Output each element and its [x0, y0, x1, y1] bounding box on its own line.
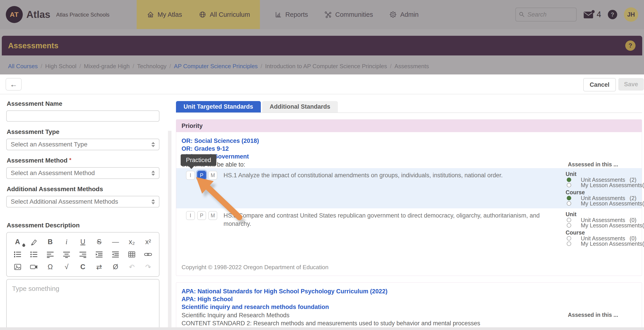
mastered-button[interactable]: M [208, 211, 217, 220]
standard-strand-link[interactable]: Scientific inquiry and research methods … [182, 303, 636, 311]
search-box [516, 8, 576, 22]
notifications[interactable]: 4 [583, 10, 601, 19]
assessed-in-this-header: Assessed in this ... [560, 161, 636, 168]
page-help-icon[interactable]: ? [625, 41, 636, 51]
standard-sublabel: CONTENT STANDARD 2: Research methods and… [182, 320, 480, 327]
strikethrough-icon[interactable]: S [94, 237, 104, 247]
standard-grade-link[interactable]: OR: Grades 9-12 [182, 145, 636, 153]
tab-underline [176, 112, 642, 113]
group-label-unit: Unit [566, 211, 636, 217]
undo-icon[interactable]: ↶ [127, 262, 137, 272]
loop-icon[interactable]: C [78, 262, 88, 272]
save-button[interactable]: Save [618, 78, 644, 91]
assessed-row: My Lesson Assessments(0) [566, 183, 636, 188]
nav-item-all-curriculum[interactable]: All Curriculum [198, 11, 250, 19]
nav-item-my-atlas[interactable]: My Atlas [146, 11, 182, 19]
align-left-icon[interactable] [45, 249, 55, 260]
unordered-list-icon[interactable] [29, 249, 39, 260]
practiced-tooltip: Practiced [181, 154, 216, 166]
assessment-dot [567, 218, 571, 222]
standard-strand-link[interactable]: Civics and Government [182, 153, 636, 160]
assessment-dot [567, 241, 571, 246]
atlas-logo[interactable]: AT [6, 6, 23, 23]
assessed-label: My Lesson Assessments [581, 182, 642, 189]
assessment-method-value: Select an Assessment Method [11, 170, 152, 177]
breadcrumb-separator: / [390, 63, 392, 70]
horizontal-rule-icon[interactable]: — [110, 237, 120, 247]
cancel-button[interactable]: Cancel [583, 78, 616, 91]
insert-image-icon[interactable] [12, 262, 22, 272]
underline-icon[interactable]: U [78, 237, 88, 247]
insert-video-icon[interactable] [29, 262, 39, 272]
breadcrumb-item: Mixed-grade High [84, 63, 130, 70]
subscript-icon[interactable]: x₂ [127, 237, 137, 247]
help-icon[interactable]: ? [608, 10, 617, 19]
description-textarea[interactable] [7, 279, 159, 330]
assessed-block: Unit Unit Assessments(2) My Lesson Asses… [560, 171, 636, 206]
group-label-course: Course [566, 189, 636, 195]
additional-methods-value: Select Additional Assessment Methods [11, 198, 152, 205]
assessment-dot [567, 201, 571, 206]
standard-grade-link[interactable]: APA: High School [182, 295, 636, 303]
assessment-dot [567, 183, 571, 187]
page-title: Assessments [8, 41, 58, 50]
italic-icon[interactable]: i [62, 237, 72, 247]
gear-icon [389, 11, 397, 19]
avatar[interactable]: JH [624, 7, 638, 22]
swap-icon[interactable]: ⇄ [94, 262, 104, 272]
outdent-icon[interactable] [110, 249, 120, 260]
nav-item-reports[interactable]: Reports [274, 11, 308, 19]
tab-unit-targeted-standards[interactable]: Unit Targeted Standards [176, 101, 261, 112]
assessment-name-input[interactable] [6, 110, 160, 122]
indent-icon[interactable] [94, 249, 104, 260]
bold-icon[interactable]: B [45, 237, 55, 247]
clear-format-icon[interactable]: Ø [110, 262, 120, 272]
insert-table-icon[interactable] [127, 249, 137, 260]
intro-row: CONTENT STANDARD 2: Research methods and… [176, 320, 642, 327]
mastered-button[interactable]: M [208, 171, 217, 180]
top-right: 4 ? JH [516, 7, 638, 22]
standards-section-1: Priority OR: Social Sciences (2018) OR: … [176, 119, 642, 276]
required-asterisk: * [69, 157, 71, 163]
breadcrumb-link[interactable]: AP Computer Science Principles [174, 63, 258, 70]
highlighter-icon[interactable] [29, 237, 39, 247]
assessment-type-label: Assessment Type [7, 128, 160, 135]
assessment-dot [567, 178, 571, 182]
breadcrumb-link[interactable]: All Courses [8, 63, 38, 70]
divider [0, 94, 644, 94]
standard-row-main: I P M HS.3 Compare and contrast United S… [182, 211, 560, 228]
back-button[interactable]: ← [6, 78, 22, 91]
assessed-in-this-header: Assessed in this ... [560, 312, 636, 318]
text-color-icon[interactable]: A [12, 237, 22, 247]
brand-name: Atlas [26, 9, 50, 20]
assessment-method-select[interactable]: Select an Assessment Method [6, 167, 160, 179]
envelope-icon [583, 10, 595, 19]
standard-source-link[interactable]: OR: Social Sciences (2018) [182, 137, 636, 145]
assessment-type-select[interactable]: Select an Assessment Type [6, 139, 160, 150]
additional-methods-select[interactable]: Select Additional Assessment Methods [6, 196, 160, 208]
nav-item-label: Reports [286, 11, 308, 18]
nav-item-communities[interactable]: Communities [324, 11, 373, 19]
ordered-list-icon[interactable] [12, 249, 22, 260]
insert-link-icon[interactable] [143, 249, 153, 260]
practiced-button[interactable]: P [197, 171, 206, 180]
nav-item-admin[interactable]: Admin [389, 11, 418, 19]
assessed-row: My Lesson Assessments(0) [566, 223, 636, 228]
standard-source-link[interactable]: APA: National Standards for High School … [182, 287, 636, 295]
search-input[interactable] [527, 11, 562, 18]
editor-toolbar: A B i U S — x₂ x² [6, 232, 160, 277]
top-nav: AT Atlas Atlas Practice Schools My Atlas… [0, 0, 644, 29]
screen: AT Atlas Atlas Practice Schools My Atlas… [0, 0, 644, 330]
practiced-button[interactable]: P [197, 211, 206, 220]
special-character-icon[interactable]: Ω [45, 262, 55, 272]
form-scrollbar[interactable] [168, 131, 172, 330]
redo-icon[interactable]: ↷ [143, 262, 153, 272]
equation-icon[interactable]: √ [62, 262, 72, 272]
introduced-button[interactable]: I [186, 171, 195, 180]
main-nav: My Atlas All Curriculum Reports Communit… [137, 0, 419, 29]
align-right-icon[interactable] [78, 249, 88, 260]
tab-additional-standards[interactable]: Additional Standards [262, 101, 338, 112]
introduced-button[interactable]: I [186, 211, 195, 220]
align-center-icon[interactable] [62, 249, 72, 260]
superscript-icon[interactable]: x² [143, 237, 153, 247]
